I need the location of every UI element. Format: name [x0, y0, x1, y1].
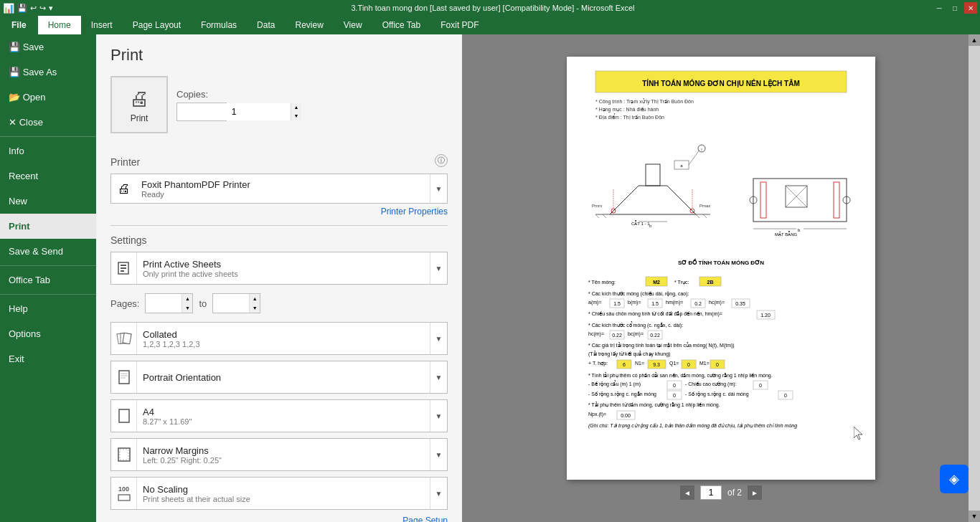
minimize-button[interactable]: ─ [933, 2, 946, 14]
quick-access-redo[interactable]: ↪ [39, 4, 46, 13]
margins-main: Narrow Margins [143, 445, 424, 456]
svg-text:hc(m)=: hc(m)= [709, 300, 725, 305]
collated-arrow[interactable]: ▼ [430, 323, 447, 354]
pages-to-spinner: ▲ ▼ [249, 294, 260, 313]
scaling-arrow[interactable]: ▼ [430, 478, 447, 509]
sidebar-item-info[interactable]: Info [0, 138, 96, 163]
tab-view[interactable]: View [334, 16, 372, 34]
svg-text:- Chiều cao cường (m):: - Chiều cao cường (m): [685, 381, 737, 387]
scaling-sub: Print sheets at their actual size [143, 495, 424, 503]
tab-review[interactable]: Review [285, 16, 333, 34]
tab-data[interactable]: Data [247, 16, 285, 34]
pages-from-down[interactable]: ▼ [182, 303, 192, 313]
pages-to-input[interactable]: ▲ ▼ [212, 293, 260, 313]
ribbon-tabs: File Home Insert Page Layout Formulas Da… [0, 16, 980, 34]
paper-size-arrow[interactable]: ▼ [430, 400, 447, 432]
quick-access-save[interactable]: 💾 [17, 4, 27, 13]
tab-foxit-pdf[interactable]: Foxit PDF [430, 16, 489, 34]
svg-text:0: 0 [687, 362, 690, 367]
copies-up-button[interactable]: ▲ [291, 103, 301, 112]
collated-dropdown[interactable]: Collated 1,2,3 1,2,3 1,2,3 ▼ [110, 322, 448, 355]
scroll-down-button[interactable]: ▼ [969, 511, 980, 522]
sidebar-item-help[interactable]: Help [0, 296, 96, 321]
printer-info-icon[interactable]: ⓘ [435, 154, 448, 167]
svg-text:* Hạng mục : Nhà điều hành: * Hạng mục : Nhà điều hành [595, 107, 659, 113]
printer-text: Foxit PhantomPDF Printer Ready [137, 178, 430, 200]
sidebar-item-open[interactable]: 📂 Open [0, 85, 96, 110]
svg-text:- Số rộng s.rộng c. dài móng: - Số rộng s.rộng c. dài móng [685, 392, 749, 397]
svg-line-26 [696, 214, 699, 218]
svg-text:Q1=: Q1= [669, 361, 679, 366]
copies-spinner[interactable]: ▲ ▼ [176, 103, 227, 121]
sidebar-item-save[interactable]: 💾 Save [0, 34, 96, 60]
tab-formulas[interactable]: Formulas [191, 16, 247, 34]
tab-file[interactable]: File [0, 16, 38, 34]
scroll-up-button[interactable]: ▲ [969, 34, 980, 46]
pages-from-up[interactable]: ▲ [182, 294, 192, 303]
pages-to-up[interactable]: ▲ [250, 294, 260, 303]
orientation-dropdown[interactable]: Portrait Orientation ▼ [110, 361, 448, 394]
backstage-sidebar: 💾 Save 💾 Save As 📂 Open ✕ Close Info Rec… [0, 34, 96, 522]
svg-rect-7 [119, 371, 129, 384]
open-icon: 📂 [9, 92, 23, 103]
scaling-main: No Scaling [143, 484, 424, 495]
sidebar-item-save-send[interactable]: Save & Send [0, 239, 96, 264]
sidebar-item-exit[interactable]: Exit [0, 346, 96, 371]
pages-to-label: to [199, 298, 207, 309]
pages-row: Pages: ▲ ▼ to ▲ ▼ [110, 290, 448, 316]
margins-arrow[interactable]: ▼ [430, 439, 447, 470]
sidebar-item-close[interactable]: ✕ Close [0, 110, 96, 135]
next-page-button[interactable]: ► [748, 485, 762, 500]
svg-text:a: a [680, 163, 683, 168]
pages-to-field[interactable] [213, 294, 249, 313]
printer-dropdown[interactable]: 🖨 Foxit PhantomPDF Printer Ready ▼ [110, 174, 448, 204]
print-button[interactable]: 🖨 Print [110, 76, 168, 133]
copies-input[interactable] [177, 103, 291, 120]
copies-down-button[interactable]: ▼ [291, 112, 301, 120]
sidebar-item-recent[interactable]: Recent [0, 163, 96, 189]
preview-scrollbar[interactable]: ▲ ▼ [969, 34, 980, 522]
svg-rect-13 [120, 450, 128, 460]
paper-size-dropdown[interactable]: A4 8.27" x 11.69" ▼ [110, 399, 448, 432]
page-setup-link[interactable]: Page Setup [110, 516, 448, 522]
sidebar-item-office-tab[interactable]: Office Tab [0, 267, 96, 293]
quick-access-undo[interactable]: ↩ [30, 4, 37, 13]
collated-text: Collated 1,2,3 1,2,3 1,2,3 [137, 326, 430, 351]
tab-insert[interactable]: Insert [81, 16, 123, 34]
scaling-dropdown[interactable]: 100 No Scaling Print sheets at their act… [110, 477, 448, 510]
close-button[interactable]: ✕ [964, 2, 977, 14]
orientation-icon [111, 361, 137, 393]
sidebar-item-options[interactable]: Options [0, 321, 96, 346]
svg-text:bc(m)=: bc(m)= [628, 331, 644, 337]
print-active-sheets-text: Print Active Sheets Only print the activ… [137, 256, 430, 281]
tab-home[interactable]: Home [38, 16, 81, 34]
save-as-icon: 💾 [9, 67, 23, 77]
print-active-sheets-arrow[interactable]: ▼ [430, 252, 447, 284]
orientation-arrow[interactable]: ▼ [430, 361, 447, 393]
title-bar-controls: ─ □ ✕ [933, 2, 977, 14]
print-active-sheets-dropdown[interactable]: Print Active Sheets Only print the activ… [110, 252, 448, 285]
svg-text:0.2: 0.2 [694, 301, 702, 306]
sidebar-item-print[interactable]: Print [0, 214, 96, 239]
dropbox-button[interactable]: ◈ [940, 465, 969, 493]
orientation-text: Portrait Orientation [137, 369, 430, 386]
svg-text:0.35: 0.35 [735, 301, 745, 306]
current-page-input[interactable] [700, 485, 722, 500]
printer-properties-link[interactable]: Printer Properties [110, 207, 448, 217]
margins-dropdown[interactable]: Narrow Margins Left: 0.25" Right: 0.25" … [110, 438, 448, 471]
prev-page-button[interactable]: ◄ [680, 485, 694, 500]
sidebar-item-save-as[interactable]: 💾 Save As [0, 60, 96, 85]
maximize-button[interactable]: □ [948, 2, 961, 14]
window-title: 3.Tinh toan mong don [Last saved by user… [53, 4, 933, 12]
sidebar-item-new[interactable]: New [0, 189, 96, 214]
collated-sub: 1,2,3 1,2,3 1,2,3 [143, 340, 424, 348]
pages-to-down[interactable]: ▼ [250, 303, 260, 313]
svg-text:b: b [649, 224, 652, 228]
pages-from-field[interactable] [146, 294, 182, 313]
printer-dropdown-arrow[interactable]: ▼ [430, 174, 447, 203]
svg-rect-3 [121, 270, 124, 272]
tab-office-tab[interactable]: Office Tab [372, 16, 431, 34]
pages-from-input[interactable]: ▲ ▼ [145, 293, 193, 313]
svg-text:○: ○ [700, 147, 702, 151]
tab-page-layout[interactable]: Page Layout [123, 16, 191, 34]
